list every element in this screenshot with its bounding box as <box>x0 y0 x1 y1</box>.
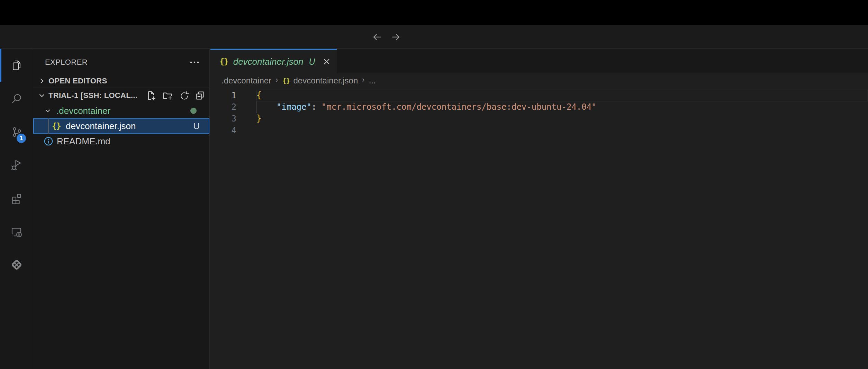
activity-item-explorer[interactable] <box>0 49 33 82</box>
file-name: devcontainer.json <box>66 121 136 132</box>
line-number: 2 <box>210 102 256 112</box>
line-number: 1 <box>210 91 256 100</box>
code-lines: 1{2 "image": "mcr.microsoft.com/devconta… <box>210 90 868 136</box>
workspace-label: TRIAL-1 [SSH: LOCAL... <box>48 91 137 100</box>
code-line[interactable]: 4 <box>210 125 868 136</box>
explorer-sidebar: EXPLORER OPEN EDITORS TRIAL-1 [SSH: LOCA… <box>33 49 210 369</box>
git-modified-dot-badge <box>190 108 197 114</box>
debug-icon <box>11 159 22 171</box>
breadcrumb-file[interactable]: devcontainer.json <box>293 76 358 86</box>
file-name: README.md <box>57 136 110 147</box>
remote-explorer-icon <box>11 226 22 237</box>
sidebar-header: EXPLORER <box>33 49 209 74</box>
activity-item-extensions[interactable] <box>0 182 33 215</box>
line-content[interactable] <box>256 125 868 136</box>
tree-item-devcontainer-json[interactable]: {} devcontainer.json U <box>33 118 209 134</box>
arrow-left-icon <box>371 31 383 43</box>
window-top-strip <box>0 0 868 25</box>
breadcrumb-symbol[interactable]: ... <box>369 76 376 86</box>
line-content[interactable]: { <box>256 90 868 101</box>
diamond-grid-icon <box>10 259 23 271</box>
search-icon <box>11 93 22 105</box>
info-icon <box>44 136 53 146</box>
tree-item-readme[interactable]: README.md <box>33 134 209 149</box>
open-editors-label: OPEN EDITORS <box>48 76 107 86</box>
chevron-separator-icon: › <box>361 75 365 86</box>
json-file-icon: {} <box>282 76 290 85</box>
code-line[interactable]: 3} <box>210 113 868 125</box>
chevron-down-icon <box>37 91 46 100</box>
collapse-all-button[interactable] <box>195 90 205 101</box>
chevron-right-icon <box>37 76 46 86</box>
editor-indent-guide <box>256 101 257 113</box>
activity-item-diamond[interactable] <box>0 248 33 281</box>
workspace-actions <box>146 90 205 101</box>
json-file-icon: {} <box>219 57 228 66</box>
arrow-right-icon <box>390 31 402 43</box>
new-file-button[interactable] <box>146 90 156 101</box>
tree-indent-guide <box>48 118 49 134</box>
close-icon[interactable] <box>322 57 331 66</box>
tab-git-untracked-badge: U <box>309 57 315 67</box>
activity-item-remote-explorer[interactable] <box>0 215 33 248</box>
workspace-section[interactable]: TRIAL-1 [SSH: LOCAL... <box>33 88 209 103</box>
tab-devcontainer-json[interactable]: {} devcontainer.json U <box>210 49 337 73</box>
history-back-button[interactable] <box>370 30 383 44</box>
activity-item-source-control[interactable]: 1 <box>0 115 33 148</box>
activity-item-search[interactable] <box>0 82 33 115</box>
line-content[interactable]: "image": "mcr.microsoft.com/devcontainer… <box>256 101 868 113</box>
code-editor[interactable]: 1{2 "image": "mcr.microsoft.com/devconta… <box>210 88 868 369</box>
line-number: 3 <box>210 114 256 124</box>
breadcrumb-folder[interactable]: .devcontainer <box>221 76 271 86</box>
refresh-button[interactable] <box>179 90 189 101</box>
breadcrumbs: .devcontainer › {} devcontainer.json › .… <box>210 73 868 88</box>
new-folder-button[interactable] <box>162 90 173 101</box>
code-line[interactable]: 1{ <box>210 90 868 101</box>
code-line[interactable]: 2 "image": "mcr.microsoft.com/devcontain… <box>210 101 868 113</box>
scm-count-badge: 1 <box>17 134 26 143</box>
extensions-icon <box>11 192 22 204</box>
open-editors-section[interactable]: OPEN EDITORS <box>33 74 209 88</box>
chevron-separator-icon: › <box>275 75 279 86</box>
title-bar: Trial-1 [SSH: localhost:32772] <box>0 25 868 49</box>
folder-name: .devcontainer <box>56 106 110 116</box>
line-content[interactable]: } <box>256 113 868 125</box>
files-icon <box>11 60 22 71</box>
line-number: 4 <box>210 126 256 135</box>
git-untracked-badge: U <box>193 121 200 132</box>
chevron-down-icon <box>44 107 52 115</box>
activity-bar: 1 <box>0 49 33 369</box>
sidebar-title: EXPLORER <box>45 58 88 67</box>
activity-item-run-debug[interactable] <box>0 148 33 182</box>
history-forward-button[interactable] <box>389 30 403 44</box>
tab-label: devcontainer.json <box>233 56 304 67</box>
editor-group: {} devcontainer.json U .devcontainer › {… <box>210 49 868 369</box>
tree-item-devcontainer-folder[interactable]: .devcontainer <box>33 103 209 118</box>
ellipsis-icon <box>189 57 200 68</box>
tab-strip: {} devcontainer.json U <box>210 49 868 73</box>
json-file-icon: {} <box>52 122 61 130</box>
more-actions-button[interactable] <box>189 57 200 68</box>
